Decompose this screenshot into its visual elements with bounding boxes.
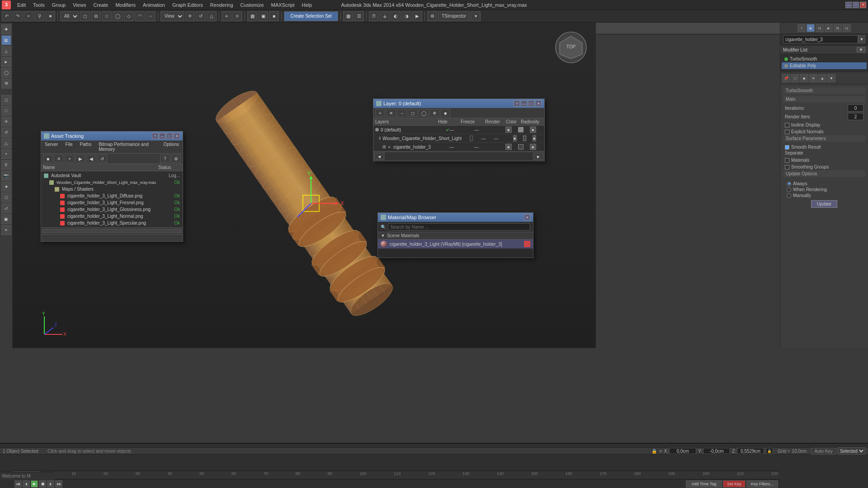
layer-mgr-maximize-btn[interactable]: □ (528, 100, 534, 107)
move-btn[interactable]: ✛ (185, 11, 195, 21)
asset-tb-btn1[interactable]: ■ (43, 155, 53, 163)
mirror-btn[interactable]: ⋄ (222, 11, 231, 21)
navigation-cube[interactable]: TOP (555, 32, 587, 63)
hierarchy-panel-icon[interactable]: H (816, 24, 824, 32)
delete-modifier-btn[interactable]: ✕ (809, 74, 817, 82)
asset-folder-row[interactable]: Maps / Shaders (42, 186, 182, 192)
display-panel-btn[interactable]: ◯ (1, 68, 11, 78)
select-link-btn[interactable]: ⚬ (24, 11, 33, 21)
layer-default-color[interactable] (518, 127, 524, 132)
prev-frame-btn[interactable]: ⏴ (23, 480, 30, 488)
asset-tb-btn2[interactable]: ✕ (54, 155, 64, 163)
rotate-btn[interactable]: ↺ (196, 11, 206, 21)
layer-wood-render-btn[interactable]: ■ (513, 135, 517, 141)
when-rendering-radio[interactable] (787, 188, 791, 192)
menu-edit[interactable]: Edit (14, 1, 29, 9)
move-up-btn[interactable]: ▲ (818, 74, 826, 82)
asset-tracking-maximize-btn[interactable]: □ (166, 133, 173, 139)
go-end-btn[interactable]: ⏭ (55, 480, 62, 488)
render-setup-btn[interactable]: ▣ (258, 11, 268, 21)
unlink-tool-btn[interactable]: ⚲ (1, 160, 11, 170)
menu-tools[interactable]: Tools (29, 1, 48, 9)
material-editor-btn[interactable]: ▦ (247, 11, 257, 21)
display-panel-icon[interactable]: D (834, 24, 842, 32)
asset-tracking-close-btn[interactable]: ✕ (174, 133, 180, 139)
always-radio[interactable] (787, 182, 791, 186)
rect-select-btn[interactable]: □ (102, 11, 112, 21)
toggle-layers-btn[interactable]: ▦ (343, 11, 353, 21)
unlink-btn[interactable]: ⚲ (34, 11, 44, 21)
move-tool-btn[interactable]: ✛ (1, 117, 11, 127)
manually-radio[interactable] (787, 193, 791, 198)
layer-mgr-help-btn[interactable]: ? (514, 100, 520, 107)
asset-tb-btn6[interactable]: ↺ (97, 155, 107, 163)
smoothing-groups-checkbox[interactable] (785, 165, 789, 169)
asset-tb-settings[interactable]: ⚙ (171, 155, 181, 163)
asset-tb-btn3[interactable]: + (65, 155, 75, 163)
layer-scrollbar[interactable] (385, 153, 533, 160)
helpers-btn[interactable]: ⬡ (1, 192, 11, 202)
y-input[interactable] (703, 448, 730, 454)
select-btn[interactable]: ◻ (80, 11, 90, 21)
asset-horizontal-scrollbar[interactable] (42, 229, 182, 233)
select-object-btn[interactable]: ◻ (1, 95, 11, 105)
select-name-btn[interactable]: ⧉ (91, 11, 101, 21)
layer-tb-hide[interactable]: ◯ (419, 109, 429, 117)
asset-menu-options[interactable]: Options (162, 141, 181, 152)
asset-glossiness-row[interactable]: cigarette_holder_3_Light_Glossiness.png … (42, 206, 182, 213)
close-btn[interactable]: ✕ (860, 2, 866, 8)
matte-shadow-btn[interactable]: ◑ (401, 11, 411, 21)
move-down-btn[interactable]: ▼ (827, 74, 835, 82)
key-filters-btn[interactable]: Key Filters... (746, 480, 778, 488)
redo-btn[interactable]: ↷ (13, 11, 23, 21)
asset-tb-info[interactable]: ? (160, 155, 170, 163)
motion-panel-btn[interactable]: ► (1, 57, 11, 67)
layer-wood-checkbox[interactable] (470, 136, 473, 141)
lasso-select-btn[interactable]: ◠ (135, 11, 145, 21)
asset-normal-row[interactable]: cigarette_holder_3_Light_Normal.png Ok (42, 213, 182, 220)
motion-panel-icon[interactable]: ► (825, 24, 833, 32)
modify-panel-icon[interactable]: ■ (807, 24, 815, 32)
x-input[interactable] (669, 448, 696, 454)
menu-create[interactable]: Create (90, 1, 112, 9)
modifier-turbosmooth[interactable]: TurboSmooth (782, 56, 867, 62)
isoline-checkbox[interactable] (785, 123, 789, 127)
go-start-btn[interactable]: ⏮ (14, 480, 22, 488)
update-btn[interactable]: Update (811, 200, 837, 208)
asset-fresnel-row[interactable]: cigarette_holder_3_Light_Fresnel.png Ok (42, 199, 182, 206)
create-panel-btn[interactable]: ✚ (1, 24, 11, 34)
set-key-btn[interactable]: Set Key (723, 480, 745, 488)
hierarchy-panel-btn[interactable]: △ (1, 46, 11, 56)
layer-tb-render[interactable]: ■ (440, 109, 450, 117)
iterations-value[interactable]: 0 (848, 104, 863, 112)
show-in-viewport-btn[interactable]: □ (791, 74, 799, 82)
layer-default-radiosity-btn[interactable]: ■ (530, 127, 536, 133)
next-frame-btn[interactable]: ⏵ (47, 480, 54, 488)
layer-nav-left-btn[interactable]: ◄ (374, 153, 384, 160)
asset-menu-file[interactable]: File (63, 141, 74, 152)
menu-group[interactable]: Group (48, 1, 70, 9)
key-mode-select[interactable]: Selected (838, 447, 865, 455)
show-in-renderer-btn[interactable]: ■ (800, 74, 808, 82)
layer-holder-row[interactable]: ► cigarette_holder_3 --- --- ■ ■ (373, 143, 544, 151)
coord-lock-btn[interactable]: 🔒 (766, 448, 773, 454)
paint-select-btn[interactable]: ⎓ (146, 11, 156, 21)
z-input[interactable] (737, 448, 764, 454)
camera-btn[interactable]: 📷 (1, 171, 11, 181)
utilities-panel-btn[interactable]: ⚒ (1, 79, 11, 89)
vault-log-btn[interactable]: Log... (169, 173, 180, 178)
undo-btn[interactable]: ↶ (2, 11, 12, 21)
menu-help[interactable]: Help (298, 1, 316, 9)
layer-wood-row[interactable]: Wooden_Cigarette_Holder_Short_Light --- … (373, 134, 544, 143)
asset-tracking-minimize-btn[interactable]: ― (159, 133, 165, 139)
asset-tb-btn5[interactable]: ◀ (86, 155, 96, 163)
ts-inspector-extra[interactable]: ▾ (471, 11, 481, 21)
asset-specular-row[interactable]: cigarette_holder_3_Light_Specular.png Ok (42, 220, 182, 226)
spacewarp-btn[interactable]: ⥄ (1, 203, 11, 213)
menu-maxscript[interactable]: MAXScript (268, 1, 298, 9)
create-panel-icon[interactable]: + (797, 24, 806, 32)
render-iters-value[interactable]: 2 (848, 113, 863, 120)
layer-mgr-close-btn[interactable]: ✕ (535, 100, 542, 107)
light-btn[interactable]: ★ (1, 182, 11, 192)
pin-stack-btn[interactable]: 📌 (782, 74, 790, 82)
